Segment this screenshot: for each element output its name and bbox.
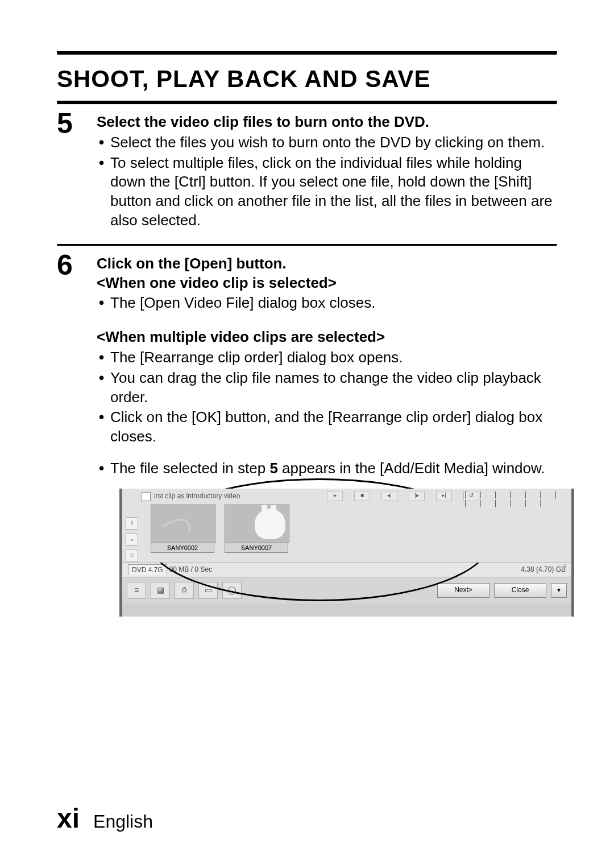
step-6-bullets-b: The [Rearrange clip order] dialog box op… [97,348,574,447]
clip-thumb-2-image [225,505,289,543]
prev-button[interactable]: ◂| [381,491,397,501]
step-6-subheading-2: <When multiple video clips are selected> [97,328,574,347]
media-panel: ▸ ■ ◂| |▸ ▸| ↺ | | | | | | | | | | | | |… [122,489,571,563]
step-6-heading-line1: Click on the [Open] button. [97,254,574,274]
step-6-final-pre: The file selected in step [110,460,269,477]
step-6-final: The file selected in step 5 appears in t… [97,459,574,478]
app-window: ▸ ■ ◂| |▸ ▸| ↺ | | | | | | | | | | | | |… [119,489,574,617]
timeline-ruler[interactable]: | | | | | | | | | | | | | [463,491,566,500]
end-button[interactable]: ▸| [436,491,452,501]
step-5-body: Select the video clip files to burn onto… [97,113,557,232]
clip-thumb-2-caption: SANY0007 [225,543,288,553]
grid-view-icon[interactable]: ▦ [151,582,170,599]
capacity-bar: DVD 4.7G 00 MB / 0 Sec 4.38 (4.70) GB [122,563,571,577]
step-6-final-bold: 5 [269,460,277,477]
page-language: English [93,811,153,832]
step-6-bullets-a: The [Open Video File] dialog box closes. [97,294,574,313]
info-icon[interactable]: i [126,517,138,530]
step-6-bullet-a1: The [Open Video File] dialog box closes. [110,294,574,313]
list-view-icon[interactable]: ≡ [127,582,146,599]
intro-clip-checkbox[interactable] [142,492,151,501]
step-5-heading: Select the video clip files to burn onto… [97,113,557,132]
step-6: 6 Click on the [Open] button. <When one … [57,254,557,617]
clip-thumb-2[interactable]: SANY0007 [225,505,288,553]
step-5-bullets: Select the files you wish to burn onto t… [97,133,557,230]
step-5-number: 5 [57,109,97,138]
tool-row: ≡ ▦ ⎙ ▭ ◯ [127,582,242,599]
button-row: Next> Close ▾ [437,583,567,598]
step-6-final-bullet: The file selected in step 5 appears in t… [110,459,574,478]
scroll-right-icon[interactable]: › [564,560,567,571]
section-title: SHOOT, PLAY BACK AND SAVE [57,65,557,93]
side-tool-column: i ⌄ ⌕ [126,517,138,561]
search-icon[interactable]: ⌕ [126,549,138,561]
chevron-down-icon[interactable]: ⌄ [126,533,138,545]
clip-thumbnails: SANY0002 SANY0007 [151,505,568,553]
page-footer: xi English [57,803,153,834]
screen-icon[interactable]: ▭ [198,582,218,599]
stop-button[interactable]: ■ [354,491,370,501]
step-6-final-post: appears in the [Add/Edit Media] window. [278,460,545,477]
close-button[interactable]: Close [494,583,546,598]
title-underline [57,101,557,105]
step-6-bullet-b1: The [Rearrange clip order] dialog box op… [110,348,574,367]
clip-thumb-1-image [151,505,215,543]
intro-clip-label: irst clip as introductory video [154,492,240,501]
step-6-number: 6 [57,251,97,279]
step-6-bullet-b2: You can drag the clip file names to chan… [110,369,574,407]
close-dropdown-icon[interactable]: ▾ [551,583,567,598]
step-separator [57,244,557,246]
next-button[interactable]: |▸ [409,491,425,501]
capacity-text: 4.38 (4.70) GB [521,565,566,574]
print-icon[interactable]: ⎙ [175,582,194,599]
page-number: xi [57,803,80,834]
bottom-toolbar: ≡ ▦ ⎙ ▭ ◯ Next> Close ▾ [122,577,571,604]
manual-page: SHOOT, PLAY BACK AND SAVE 5 Select the v… [0,0,614,868]
disc-icon[interactable]: ◯ [222,582,242,599]
clip-thumb-1[interactable]: SANY0002 [151,505,214,553]
step-5: 5 Select the video clip files to burn on… [57,113,557,232]
step-6-heading-line2: <When one video clip is selected> [97,274,574,293]
playback-controls: ▸ ■ ◂| |▸ ▸| ↺ [327,491,479,501]
step-6-body: Click on the [Open] button. <When one vi… [97,254,574,617]
dvd-tab[interactable]: DVD 4.7G [128,564,167,575]
top-rule [57,51,557,55]
next-button[interactable]: Next> [437,583,489,598]
clip-thumb-1-caption: SANY0002 [151,543,214,553]
play-button[interactable]: ▸ [327,491,343,501]
step-6-bullet-b3: Click on the [OK] button, and the [Rearr… [110,408,574,447]
step-5-bullet-1: Select the files you wish to burn onto t… [110,133,557,152]
step-5-bullet-2: To select multiple files, click on the i… [110,154,557,230]
usage-text: 00 MB / 0 Sec [169,565,212,574]
